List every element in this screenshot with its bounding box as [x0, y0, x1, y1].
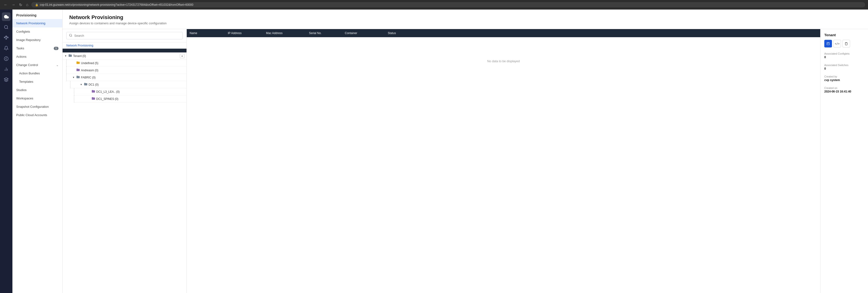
sidebar-item-studios[interactable]: Studios [12, 86, 62, 94]
sidebar-label-actions: Actions [16, 55, 27, 59]
created-on-value: 2024-06-15 16:41:40 [824, 90, 864, 93]
lock-icon: 🔒 [35, 3, 38, 6]
associated-switches-label: Associated Switches [824, 64, 864, 67]
rail-tool-icon[interactable] [2, 54, 10, 63]
sidebar-item-snapshot-configuration[interactable]: Snapshot Configuration [12, 103, 62, 111]
content-area: Network Provisioning ▼ [63, 29, 868, 293]
sidebar-item-templates[interactable]: Templates [12, 77, 62, 86]
sidebar-item-actions[interactable]: Actions [12, 52, 62, 61]
sidebar-item-public-cloud-accounts[interactable]: Public Cloud Accounts [12, 111, 62, 119]
sidebar-label-public-cloud-accounts: Public Cloud Accounts [16, 113, 47, 117]
tree-node-tenant[interactable]: ▼ Tenant (0) + [63, 52, 186, 60]
sidebar-label-configlets: Configlets [16, 30, 30, 33]
data-table-header: Name IP Address Mac Address Serial No. C… [187, 29, 820, 37]
dc1-spines-label: DC1_SPINES (0) [96, 97, 118, 101]
col-header-container: Container [342, 29, 385, 37]
edit-button[interactable] [824, 40, 832, 47]
url-text: cvp-01.int.guzware.net/cv/provisioning/n… [40, 3, 193, 6]
sidebar-item-network-provisioning[interactable]: Network Provisioning [12, 19, 62, 28]
sidebar-item-configlets[interactable]: Configlets [12, 28, 62, 36]
refresh-button[interactable]: ↻ [18, 2, 23, 8]
undefined-label: Undefined (5) [81, 62, 98, 65]
svg-line-14 [71, 36, 72, 37]
forward-button[interactable]: → [10, 2, 16, 8]
associated-switches-value: 0 [824, 67, 864, 70]
andreasm-folder-icon [76, 68, 80, 72]
tree-node-fabric[interactable]: ▼ FABRIC (0) [66, 74, 186, 81]
rail-alert-icon[interactable] [2, 44, 10, 52]
dc1-expand-icon: ▼ [80, 83, 83, 86]
sidebar: Provisioning Network Provisioning Config… [12, 9, 63, 293]
dc1-spines-folder-icon [91, 97, 95, 101]
tenant-add-button[interactable]: + [180, 54, 185, 58]
rail-chart-icon[interactable] [2, 65, 10, 73]
undefined-folder-icon [76, 61, 80, 65]
svg-rect-3 [6, 36, 6, 37]
home-button[interactable]: ⌂ [25, 2, 29, 8]
search-input[interactable] [74, 34, 180, 37]
breadcrumb[interactable]: Network Provisioning [63, 42, 186, 49]
rail-search-icon[interactable] [2, 23, 10, 32]
created-by-label: Created by [824, 75, 864, 78]
search-input-wrap[interactable] [66, 32, 183, 39]
back-button[interactable]: ← [3, 2, 9, 8]
sidebar-item-workspaces[interactable]: Workspaces [12, 94, 62, 103]
info-associated-switches: Associated Switches 0 [824, 62, 864, 70]
tenant-label: Tenant (0) [73, 54, 86, 58]
right-panel-actions: </> [824, 40, 864, 47]
dc1-label: DC1 (0) [89, 83, 99, 86]
right-panel-title: Tenant [824, 33, 864, 37]
sidebar-item-tasks[interactable]: Tasks 5 [12, 44, 62, 52]
info-created-by: Created by cvp system [824, 73, 864, 82]
dc1-l3-lea-label: DC1_L3_LEA.. (0) [96, 90, 120, 94]
tree-node-undefined[interactable]: Undefined (5) [66, 60, 186, 67]
created-by-value: cvp system [824, 78, 864, 82]
sidebar-label-network-provisioning: Network Provisioning [16, 22, 45, 25]
col-header-status: Status [385, 29, 820, 37]
change-control-chevron: ⌄ [56, 64, 59, 67]
tree-node-dc1-spines[interactable]: DC1_SPINES (0) [74, 95, 186, 103]
tree-node-dc1-l3-lea[interactable]: DC1_L3_LEA.. (0) [74, 88, 186, 95]
tree-node-dc1[interactable]: ▼ DC1 (0) [70, 81, 186, 88]
andreasm-label: Andreasm (0) [81, 69, 98, 72]
info-created-on: Created on 2024-06-15 16:41:40 [824, 85, 864, 93]
delete-button[interactable] [842, 40, 850, 47]
tree-node-andreasm[interactable]: Andreasm (0) [66, 67, 186, 74]
rail-network-icon[interactable] [2, 33, 10, 42]
right-panel: Tenant </> Associated Configlets 0 [820, 29, 868, 293]
fabric-folder-icon [76, 75, 80, 80]
tenant-expand-icon: ▼ [64, 54, 67, 57]
tree-panel: Network Provisioning ▼ [63, 29, 187, 293]
no-data-message: No data to be displayed [187, 37, 820, 85]
sidebar-label-snapshot-configuration: Snapshot Configuration [16, 105, 49, 108]
browser-chrome: ← → ↻ ⌂ 🔒 cvp-01.int.guzware.net/cv/prov… [0, 0, 868, 9]
fabric-label: FABRIC (0) [81, 76, 95, 79]
col-header-serial: Serial No. [306, 29, 342, 37]
sidebar-label-change-control: Change Control [16, 63, 38, 67]
fabric-expand-icon: ▼ [72, 76, 75, 79]
col-header-ip: IP Address [225, 29, 263, 37]
sidebar-label-templates: Templates [19, 80, 33, 83]
col-header-name: Name [187, 29, 225, 37]
code-icon: </> [835, 42, 840, 45]
sidebar-label-studios: Studios [16, 88, 27, 92]
icon-rail [0, 9, 12, 293]
code-button[interactable]: </> [833, 40, 841, 47]
info-associated-configlets: Associated Configlets 0 [824, 50, 864, 59]
sidebar-section-title: Provisioning [12, 9, 62, 19]
rail-cloud-icon[interactable] [2, 12, 10, 21]
page-header: Network Provisioning Assign devices to c… [63, 9, 868, 29]
search-icon [69, 34, 72, 38]
svg-line-1 [7, 28, 8, 29]
dc1-folder-icon [84, 82, 88, 87]
svg-point-0 [4, 26, 8, 29]
tree-body: ▼ Tenant (0) + [63, 52, 186, 103]
created-on-label: Created on [824, 86, 864, 89]
search-bar [63, 29, 186, 42]
sidebar-item-action-bundles[interactable]: Action Bundles [12, 69, 62, 77]
address-bar[interactable]: 🔒 cvp-01.int.guzware.net/cv/provisioning… [31, 2, 865, 7]
sidebar-item-change-control[interactable]: Change Control ⌄ [12, 61, 62, 69]
tasks-badge: 5 [54, 47, 59, 50]
rail-plugin-icon[interactable] [2, 75, 10, 84]
sidebar-item-image-repository[interactable]: Image Repository [12, 36, 62, 44]
